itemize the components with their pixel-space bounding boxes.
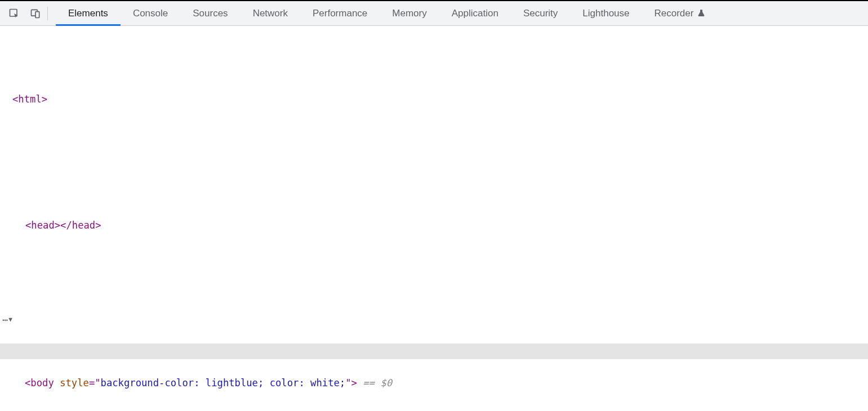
dom-node-body-open[interactable]: <body style="background-color: lightblue… [0, 375, 868, 391]
tab-network[interactable]: Network [241, 1, 300, 25]
toolbar-left-icons [0, 1, 56, 25]
tab-label: Lighthouse [582, 8, 629, 19]
tab-label: Network [253, 8, 288, 19]
tab-application[interactable]: Application [439, 1, 511, 25]
tab-label: Memory [392, 8, 426, 19]
tab-elements[interactable]: Elements [56, 1, 121, 25]
gutter-selected[interactable]: ⋯▼ [0, 312, 24, 328]
devtools-toolbar: Elements Console Sources Network Perform… [0, 1, 868, 26]
expand-triangle-icon[interactable]: ▼ [8, 312, 12, 328]
tab-label: Application [452, 8, 498, 19]
tag-close: </head> [60, 220, 101, 231]
tag-text: <html> [12, 93, 47, 105]
toolbar-separator [47, 7, 48, 20]
tab-sources[interactable]: Sources [180, 1, 240, 25]
svg-rect-2 [35, 11, 39, 17]
tag-open: <head> [25, 220, 60, 231]
attr-value: background-color: lightblue; color: whit… [101, 377, 346, 388]
tab-console[interactable]: Console [121, 1, 180, 25]
flask-icon [697, 9, 706, 18]
devtools-tabs: Elements Console Sources Network Perform… [56, 1, 718, 25]
punc: =" [89, 377, 101, 388]
punc: "> [345, 377, 357, 388]
console-ref: == $0 [357, 377, 392, 388]
tab-memory[interactable]: Memory [380, 1, 439, 25]
tab-label: Elements [68, 8, 108, 19]
ellipsis-icon: ⋯ [2, 312, 7, 328]
dom-node-head[interactable]: <head></head> [0, 217, 868, 233]
tab-performance[interactable]: Performance [300, 1, 380, 25]
elements-dom-tree[interactable]: <html> <head></head> ⋯▼ <body style="bac… [0, 26, 868, 411]
device-toggle-icon[interactable] [25, 1, 46, 25]
tab-recorder[interactable]: Recorder [642, 1, 719, 25]
tab-label: Performance [313, 8, 367, 19]
inspect-element-icon[interactable] [3, 1, 25, 25]
tab-label: Recorder [655, 8, 694, 19]
tab-lighthouse[interactable]: Lighthouse [570, 1, 642, 25]
tab-label: Sources [193, 8, 228, 19]
selected-line-highlight [0, 343, 868, 359]
dom-node-html-open[interactable]: <html> [0, 91, 868, 107]
tab-label: Console [133, 8, 168, 19]
tab-label: Security [523, 8, 558, 19]
punc: < [25, 377, 30, 388]
attr-name: style [60, 377, 89, 388]
tag-name: body [30, 377, 54, 388]
tab-security[interactable]: Security [511, 1, 570, 25]
